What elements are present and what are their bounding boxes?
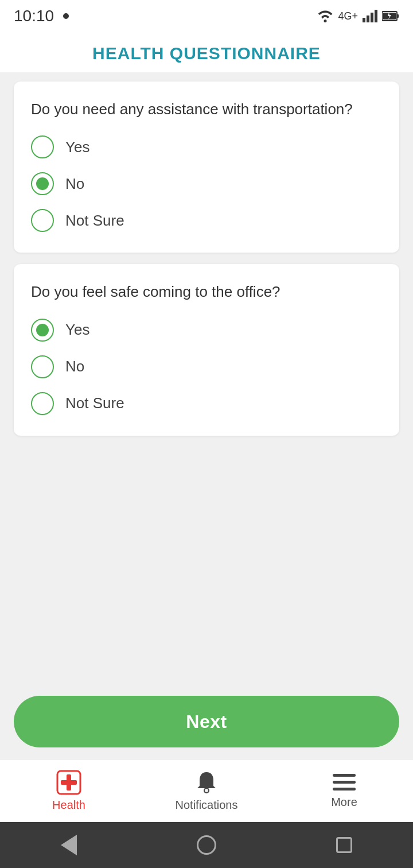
svg-rect-9 (61, 780, 77, 785)
q2-label-notsure: Not Sure (65, 394, 124, 412)
back-button[interactable] (52, 828, 86, 862)
svg-rect-3 (375, 10, 377, 22)
home-icon (197, 835, 216, 855)
svg-rect-12 (333, 774, 356, 777)
status-time: 10:10 (14, 7, 54, 25)
home-button[interactable] (189, 828, 224, 862)
status-dot (63, 13, 69, 19)
nav-label-more: More (331, 796, 357, 809)
q2-option-notsure[interactable]: Not Sure (31, 392, 382, 415)
nav-item-notifications[interactable]: Notifications (138, 770, 275, 812)
q2-radio-no[interactable] (31, 355, 54, 378)
q1-radio-no[interactable] (31, 172, 54, 195)
battery-icon (382, 10, 399, 22)
nav-label-health: Health (52, 799, 85, 812)
q2-label-yes: Yes (65, 321, 89, 339)
system-navigation-bar (0, 822, 413, 868)
q1-radio-notsure[interactable] (31, 209, 54, 232)
content-area: Do you need any assistance with transpor… (0, 72, 413, 687)
svg-rect-1 (367, 16, 369, 22)
q1-option-notsure[interactable]: Not Sure (31, 209, 382, 232)
question-card-1: Do you need any assistance with transpor… (14, 82, 399, 253)
status-left: 10:10 (14, 7, 69, 25)
svg-rect-2 (371, 13, 373, 22)
question-2-text: Do you feel safe coming to the office? (31, 281, 382, 302)
q2-radio-yes-fill (36, 324, 49, 336)
signal-icon (363, 10, 377, 22)
q1-option-yes[interactable]: Yes (31, 135, 382, 158)
q1-radio-yes[interactable] (31, 135, 54, 158)
nav-item-health[interactable]: Health (0, 770, 138, 812)
recents-icon (336, 837, 352, 853)
question-card-2: Do you feel safe coming to the office? Y… (14, 264, 399, 435)
bell-icon (195, 770, 218, 795)
svg-rect-5 (397, 14, 399, 18)
hamburger-icon (333, 773, 356, 792)
svg-rect-14 (333, 788, 356, 790)
network-type: 4G+ (338, 10, 358, 22)
q2-radio-yes[interactable] (31, 319, 54, 342)
question-2-options: Yes No Not Sure (31, 319, 382, 415)
q1-label-notsure: Not Sure (65, 212, 124, 230)
health-icon (56, 770, 81, 795)
bottom-navigation: Health Notifications More (0, 759, 413, 822)
recents-button[interactable] (327, 828, 361, 862)
question-1-options: Yes No Not Sure (31, 135, 382, 232)
svg-rect-0 (363, 18, 365, 22)
q1-radio-no-fill (36, 177, 49, 190)
svg-point-11 (205, 789, 208, 792)
status-bar: 10:10 4G+ (0, 0, 413, 32)
page-header: HEALTH QUESTIONNAIRE (0, 32, 413, 72)
q1-label-yes: Yes (65, 138, 89, 156)
next-button-container: Next (0, 687, 413, 759)
q2-option-no[interactable]: No (31, 355, 382, 378)
q1-label-no: No (65, 175, 84, 193)
q2-label-no: No (65, 358, 84, 375)
status-right: 4G+ (317, 10, 399, 22)
page-title: HEALTH QUESTIONNAIRE (92, 44, 321, 63)
q2-radio-notsure[interactable] (31, 392, 54, 415)
nav-item-more[interactable]: More (275, 773, 413, 809)
next-button[interactable]: Next (14, 696, 399, 747)
q2-option-yes[interactable]: Yes (31, 319, 382, 342)
nav-label-notifications: Notifications (176, 799, 238, 812)
back-icon (61, 835, 77, 855)
q1-option-no[interactable]: No (31, 172, 382, 195)
svg-rect-13 (333, 781, 356, 784)
wifi-icon (317, 10, 333, 22)
question-1-text: Do you need any assistance with transpor… (31, 99, 382, 119)
